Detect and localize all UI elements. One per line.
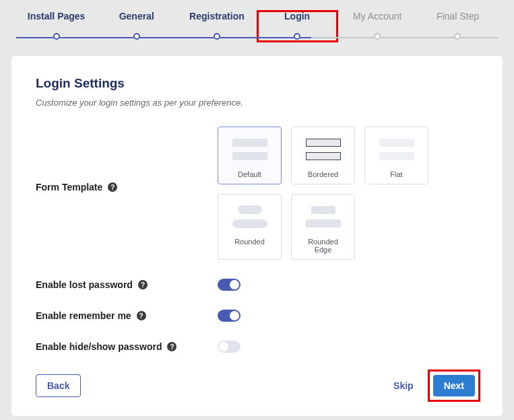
template-preview-icon xyxy=(372,134,421,165)
toggle-knob-icon xyxy=(230,280,239,289)
step-label: My Account xyxy=(338,11,418,22)
template-preview-icon xyxy=(298,134,348,165)
back-button[interactable]: Back xyxy=(36,374,81,397)
step-label: Install Pages xyxy=(16,11,96,22)
template-name: Bordered xyxy=(298,170,348,178)
step-dot-icon xyxy=(454,33,461,40)
footer-actions: Back Skip Next xyxy=(36,372,478,400)
row-lost-password: Enable lost password ? xyxy=(36,279,478,291)
page-title: Login Settings xyxy=(36,76,478,91)
label-text: Enable remember me xyxy=(36,310,131,321)
template-flat[interactable]: Flat xyxy=(364,127,428,184)
form-template-label: Form Template ? xyxy=(36,127,218,193)
template-preview-icon xyxy=(225,201,274,232)
step-label: Final Step xyxy=(418,11,498,22)
template-bordered[interactable]: Bordered xyxy=(291,127,355,184)
template-name: Rounded Edge xyxy=(298,238,348,254)
template-rounded[interactable]: Rounded xyxy=(218,194,282,260)
next-highlight: Next xyxy=(430,372,478,400)
skip-button[interactable]: Skip xyxy=(384,375,423,396)
next-button[interactable]: Next xyxy=(433,375,475,396)
page-subtitle: Customize your login settings as per you… xyxy=(36,98,478,108)
lost-password-label: Enable lost password ? xyxy=(36,279,218,290)
step-dot-icon xyxy=(374,33,381,40)
wizard-container: Install Pages General Registration Login… xyxy=(3,3,511,417)
template-name: Default xyxy=(225,170,274,178)
help-icon[interactable]: ? xyxy=(108,182,117,192)
settings-panel: Login Settings Customize your login sett… xyxy=(11,55,503,417)
step-track-progress xyxy=(16,37,311,38)
help-icon[interactable]: ? xyxy=(167,342,176,351)
remember-me-label: Enable remember me ? xyxy=(36,310,218,321)
row-form-template: Form Template ? Default Bordered xyxy=(36,127,478,260)
template-name: Flat xyxy=(372,170,421,178)
label-text: Form Template xyxy=(36,182,102,193)
row-hide-show-password: Enable hide/show password ? xyxy=(36,341,478,353)
hide-show-label: Enable hide/show password ? xyxy=(36,341,218,352)
help-icon[interactable]: ? xyxy=(137,311,146,320)
step-dot-icon xyxy=(133,33,140,40)
remember-me-toggle[interactable] xyxy=(218,310,240,322)
template-name: Rounded xyxy=(225,238,274,246)
toggle-knob-icon xyxy=(219,342,228,351)
template-preview-icon xyxy=(298,201,348,232)
label-text: Enable hide/show password xyxy=(36,341,162,352)
template-preview-icon xyxy=(225,134,274,165)
lost-password-toggle[interactable] xyxy=(218,279,240,291)
template-default[interactable]: Default xyxy=(218,127,282,184)
step-label: General xyxy=(96,11,176,22)
label-text: Enable lost password xyxy=(36,279,133,290)
step-dot-icon xyxy=(53,33,60,40)
right-actions: Skip Next xyxy=(384,372,478,400)
step-dot-icon xyxy=(294,33,300,40)
help-icon[interactable]: ? xyxy=(138,280,148,289)
step-label: Login xyxy=(257,11,338,22)
step-label: Registration xyxy=(176,11,257,22)
step-dot-icon xyxy=(214,33,220,40)
stepper: Install Pages General Registration Login… xyxy=(3,3,511,42)
toggle-knob-icon xyxy=(230,311,239,320)
hide-show-toggle[interactable] xyxy=(218,341,240,353)
row-remember-me: Enable remember me ? xyxy=(36,310,478,322)
template-grid: Default Bordered Flat xyxy=(218,127,447,260)
template-rounded-edge[interactable]: Rounded Edge xyxy=(291,194,355,260)
